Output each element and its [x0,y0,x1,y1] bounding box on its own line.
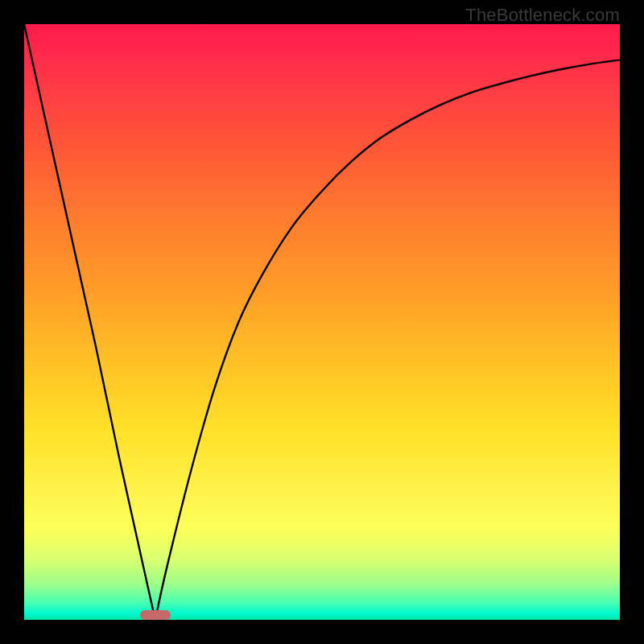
attribution-text: TheBottleneck.com [465,5,620,26]
plot-area [24,24,620,620]
curve-path [24,24,620,620]
bottleneck-curve [24,24,620,620]
chart-container: TheBottleneck.com [0,0,644,644]
optimal-marker [140,610,171,620]
